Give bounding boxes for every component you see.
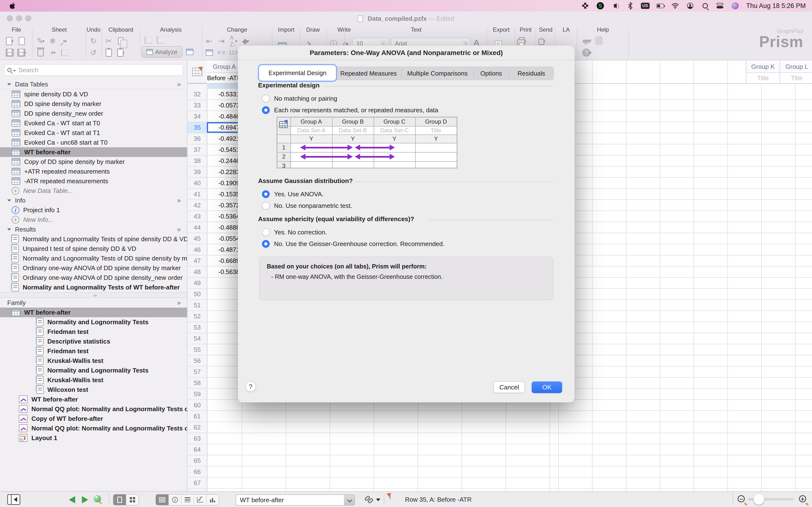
new-file-icon[interactable]: ▾ xyxy=(5,36,14,46)
wifi-icon[interactable] xyxy=(671,2,679,10)
sidebar-item[interactable]: Normality and Lognormality Tests xyxy=(0,365,187,375)
search-scope-caret[interactable] xyxy=(13,70,16,72)
row-number[interactable]: 59 xyxy=(188,389,207,399)
column-subheader-group-a[interactable]: Before -ATR xyxy=(207,72,242,83)
row-number[interactable]: 56 xyxy=(188,355,207,366)
sidebar-item[interactable]: Evoked Ca - unc68 start at T0 xyxy=(0,137,187,147)
copy-icon[interactable] xyxy=(116,36,126,46)
sidebar-item[interactable]: Project info 1 xyxy=(0,205,187,215)
sidebar-item[interactable]: -ATR repeated measurements xyxy=(0,176,187,186)
cell-value[interactable] xyxy=(207,477,242,488)
cell-value[interactable]: -0.5364 xyxy=(207,211,242,222)
cancel-button[interactable]: Cancel xyxy=(494,382,525,393)
undo-icon[interactable]: ↺ xyxy=(89,48,98,58)
link-sheets-icon[interactable] xyxy=(364,496,374,504)
row-number[interactable]: 35 xyxy=(188,122,207,133)
row-number[interactable]: 61 xyxy=(188,411,207,421)
sidebar-item[interactable]: Wilcoxon test xyxy=(0,385,187,394)
move-left-icon[interactable]: ⇤ xyxy=(204,36,214,46)
volume-icon[interactable] xyxy=(611,2,619,10)
sidebar-item[interactable]: Copy of DD spine density by marker xyxy=(0,157,187,167)
cell-value[interactable]: -0.1535 xyxy=(207,189,242,200)
sidebar-item[interactable]: Ordinary one-way ANOVA of DD spine densi… xyxy=(0,263,187,273)
cell-value[interactable]: -0.2283 xyxy=(207,167,242,177)
row-number[interactable]: 62 xyxy=(188,422,207,433)
table-corner-cell[interactable] xyxy=(188,61,207,83)
zoom-out-icon[interactable]: − xyxy=(738,495,745,502)
sidebar-item[interactable]: New Info... xyxy=(0,215,187,225)
sidebar-item[interactable]: Evoked Ca - WT start at T0 xyxy=(0,118,187,128)
new-sheet-icon[interactable]: +▾ xyxy=(48,48,57,58)
new-graph-icon[interactable] xyxy=(60,48,69,58)
row-number[interactable]: 48 xyxy=(188,267,207,277)
column-header[interactable]: Group L Title xyxy=(779,61,812,83)
cell-value[interactable]: -0.2446 xyxy=(207,156,242,166)
table-row[interactable]: 61 xyxy=(188,411,812,422)
control-center-icon[interactable] xyxy=(716,2,724,10)
radio-row[interactable]: No. Use nonparametric test. xyxy=(262,200,553,212)
table-row[interactable]: 62 xyxy=(188,422,812,433)
row-number[interactable]: 58 xyxy=(188,378,207,388)
sidebar-item[interactable]: Normality and Lognormality Tests of DD s… xyxy=(0,253,187,263)
cell-value[interactable]: -0.3572 xyxy=(207,200,242,211)
input-source-badge[interactable]: US xyxy=(642,2,649,10)
cell-value[interactable]: -0.6947 xyxy=(207,122,242,133)
table-row[interactable]: 67 xyxy=(188,477,812,489)
gallery-view-icon[interactable] xyxy=(126,495,139,505)
row-number[interactable]: 60 xyxy=(188,400,207,410)
green-app-icon[interactable]: S xyxy=(597,2,604,10)
cell-value[interactable] xyxy=(207,333,242,344)
sidebar-item[interactable]: Normality and Lognormality Tests of spin… xyxy=(0,234,187,244)
cell-value[interactable]: -0.4871 xyxy=(207,244,242,255)
siri-icon[interactable] xyxy=(731,2,739,10)
cell-value[interactable] xyxy=(207,466,242,477)
row-number[interactable]: 49 xyxy=(188,278,207,288)
table-row[interactable]: 63 xyxy=(188,433,812,444)
single-page-icon[interactable] xyxy=(113,495,126,505)
row-number[interactable]: 63 xyxy=(188,433,207,444)
cell-value[interactable]: -0.1909 xyxy=(207,178,242,188)
sidebar-item[interactable]: DD spine density_new order xyxy=(0,109,187,118)
save-as-icon[interactable]: ▾ xyxy=(17,48,27,58)
radio-row[interactable]: Yes. No correction. xyxy=(262,226,553,238)
tutorials-icon[interactable] xyxy=(582,36,592,46)
radio-row[interactable]: Yes. Use ANOVA. xyxy=(262,188,553,200)
table-row[interactable]: 66 xyxy=(188,466,812,477)
cell-value[interactable] xyxy=(207,322,242,333)
section-data-tables[interactable]: Data Tables » xyxy=(0,80,187,89)
cell-value[interactable]: -0.0573 xyxy=(207,100,242,111)
sidebar-item[interactable]: WT before-after xyxy=(0,147,187,157)
row-number[interactable]: 55 xyxy=(188,344,207,355)
row-number[interactable]: 41 xyxy=(188,189,207,200)
sidebar-item[interactable]: Evoked Ca - WT start at T1 xyxy=(0,128,187,137)
sidebar-item[interactable]: Ordinary one-way ANOVA of DD spine densi… xyxy=(0,273,187,282)
dialog-tab[interactable]: Residuals xyxy=(509,67,554,80)
collapse-caret-icon[interactable] xyxy=(7,83,11,86)
freeze-sheet-icon[interactable]: ❄ xyxy=(48,36,57,46)
cell-value[interactable]: -0.0554 xyxy=(207,233,242,244)
section-more-icon[interactable]: » xyxy=(177,80,181,88)
sidebar-item[interactable]: +ATR repeated measurements xyxy=(0,167,187,176)
sidebar-item[interactable]: WT before-after xyxy=(0,307,187,317)
search-box[interactable] xyxy=(4,64,183,76)
share-icon[interactable]: ▾ xyxy=(537,36,547,46)
ok-button[interactable]: OK xyxy=(532,382,562,393)
row-number[interactable]: 38 xyxy=(188,156,207,166)
row-number[interactable]: 47 xyxy=(188,256,207,266)
section-more-icon[interactable]: » xyxy=(177,299,181,306)
radio-button[interactable] xyxy=(262,106,270,114)
redo-icon[interactable]: ↻ xyxy=(89,36,98,46)
sidebar-item[interactable]: Copy of WT before-after xyxy=(0,414,187,424)
radio-button[interactable] xyxy=(262,228,270,236)
sidebar-toggle-icon[interactable] xyxy=(7,494,20,505)
sort-icon[interactable]: AZ↓▾ xyxy=(229,36,238,46)
sidebar-item[interactable]: Normality and Lognormality Tests xyxy=(0,317,187,327)
cell-value[interactable] xyxy=(207,411,242,421)
find-sheet-icon[interactable] xyxy=(94,495,101,502)
app-grid-icon[interactable] xyxy=(581,2,589,10)
apple-icon[interactable] xyxy=(9,2,15,9)
delete-sheet-icon[interactable] xyxy=(36,48,45,58)
cell-value[interactable] xyxy=(207,455,242,466)
radio-row[interactable]: No matching or pairing xyxy=(262,93,553,104)
view-data-icon[interactable] xyxy=(156,495,168,505)
